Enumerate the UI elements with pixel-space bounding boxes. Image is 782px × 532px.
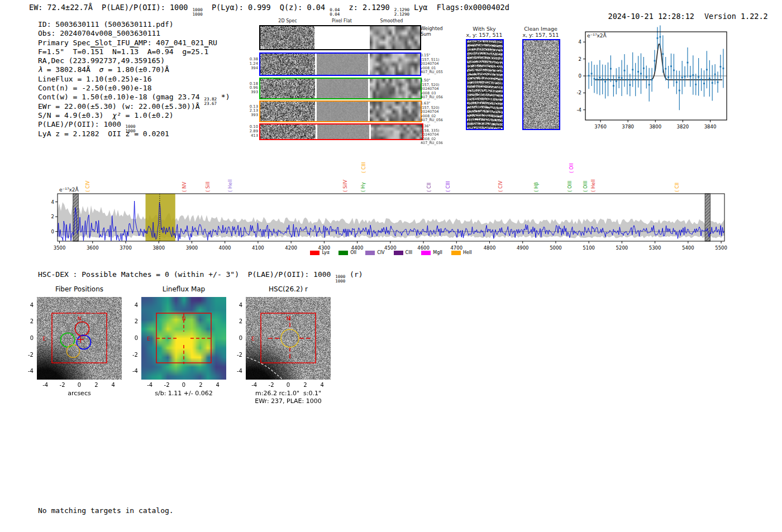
svg-text:3820: 3820 [677, 124, 689, 130]
sky-panel-coords: x, y: 157, 511 [522, 32, 559, 38]
svg-text:3760: 3760 [594, 124, 607, 130]
legend-label: OII [350, 250, 356, 255]
y-tick-label: -4 [231, 368, 242, 374]
x-tick-label: -2 [161, 382, 173, 388]
hsc-r-overlay: NE [246, 297, 331, 380]
spectrum-units-annotation: e⁻¹⁷x2Å [59, 187, 79, 193]
legend-swatch [338, 251, 348, 255]
svg-text:-2: -2 [577, 90, 581, 95]
cutout-row-left-stats: 0.132.13393 [237, 105, 258, 118]
svg-text:2: 2 [51, 214, 54, 219]
emission-line-label: ( OII [569, 163, 574, 173]
header-datetime-version: 2024-10-21 12:28:12Version 1.22.2 [590, 3, 768, 30]
info-line: Obs: 20240704v008_5003630111 [38, 29, 230, 38]
summary-header: EW: 72.4±22.7Å P(LAE)/P(OII): 1000 10001… [29, 3, 509, 17]
sky-panel-title: Clean Image [524, 26, 557, 32]
info-line: Cont(n) = -2.50(±0.90)e-18 [38, 84, 230, 93]
svg-text:3780: 3780 [622, 124, 634, 130]
stacked-fraction: 0.040.04 [330, 8, 340, 17]
svg-text:4: 4 [579, 39, 581, 45]
y-tick-label: 0 [127, 335, 138, 341]
y-tick-label: 0 [231, 335, 242, 341]
catalog-note-line: No matching targets in catalog. [38, 506, 174, 515]
emission-line-label: ( CIV [85, 181, 90, 192]
stacked-fraction: 10001000 [193, 8, 203, 17]
emission-line-label: ( HeII [590, 179, 596, 192]
svg-text:3800: 3800 [649, 124, 661, 130]
emission-line-label: ( CII [674, 183, 680, 192]
legend-swatch [421, 251, 431, 255]
match-panel-title: Fiber Positions [55, 285, 103, 293]
emission-line-label: ( OIII [567, 181, 573, 192]
emission-line-label: ( CIII [361, 162, 366, 173]
cutout-smoothed-image [370, 54, 420, 75]
cutout-row-right-meta: WeightedSum [421, 26, 443, 37]
emission-line-label: ( CII [426, 183, 432, 192]
cutout-2dspec-image [260, 124, 316, 139]
fiber-positions-overlay: NE [37, 297, 122, 380]
cutout-2dspec-image [260, 26, 314, 49]
x-tick-label: -4 [40, 382, 51, 388]
info-line: λ = 3802.84Å σ = 1.80(±0.70)Å [38, 65, 230, 74]
emission-line-label: ( Hγ [360, 183, 366, 192]
hsc-match-summary: HSC-DEX : Possible Matches = 0 (within +… [38, 270, 363, 284]
svg-text:3840: 3840 [704, 124, 717, 130]
y-tick-label: -2 [127, 352, 138, 358]
emission-line-label: ( CIV [498, 181, 503, 192]
info-line: LineFlux = 1.10(±0.25)e-16 [38, 75, 230, 84]
legend-label: MgII [433, 250, 442, 255]
y-tick-label: -2 [231, 352, 242, 358]
cutout-smoothed-image [371, 124, 422, 139]
x-tick-label: -4 [144, 382, 155, 388]
match-panel-title: Lineflux Map [163, 285, 205, 293]
legend-item: HeII [451, 250, 472, 255]
stacked-fraction: 10001000 [335, 275, 345, 284]
y-tick-label: -2 [22, 352, 34, 358]
x-tick-label: 2 [90, 382, 102, 388]
y-tick-label: 2 [127, 318, 138, 324]
y-tick-label: -4 [127, 368, 138, 374]
x-tick-label: 4 [108, 382, 119, 388]
info-line: F=1.5" T=0.151 N=1.13 A=0.94 g=25.1 [38, 47, 230, 56]
cutout-row [259, 52, 421, 76]
legend-swatch [394, 251, 403, 255]
svg-text:-4: -4 [577, 107, 581, 113]
emission-line-label: ( NV [182, 182, 187, 192]
compass-north-label: N [77, 315, 81, 322]
cutout-pixelflat-image [316, 26, 368, 49]
cutout-row-right-meta: 0.15"(157, 511)20240704v008_01407_RU_055 [421, 54, 443, 75]
svg-text:0: 0 [51, 229, 54, 234]
legend-label: CIII [406, 250, 413, 255]
legend-swatch [451, 251, 461, 255]
legend-item: Lyα [310, 250, 330, 255]
y-tick-label: 4 [231, 302, 242, 308]
cutout-col-header-smoothed: Smoothed [380, 18, 403, 23]
compass-east-label: E [42, 336, 46, 342]
panel-xlabel-2: EWr: 237, PLAE: 1000 [255, 397, 322, 405]
emission-line-label: ( HeII [227, 179, 233, 192]
lineflux-map-overlay: NE [141, 297, 226, 380]
cutout-row-right-meta: 1.50"(157, 520)20240704v008_03407_RU_056 [421, 79, 443, 100]
cutout-row-left-stats: 0.381.24394 [237, 57, 258, 71]
y-tick-label: 2 [22, 318, 34, 324]
cutout-row [259, 100, 422, 122]
x-tick-label: 0 [74, 382, 85, 388]
cutout-smoothed-image [370, 79, 421, 98]
legend-item: CIII [394, 250, 413, 255]
stacked-fraction: 2.12902.1290 [394, 8, 409, 17]
info-line: RA,Dec (223.992737,49.359165) [38, 56, 230, 65]
legend-swatch [310, 251, 320, 255]
legend-label: Lyα [322, 250, 330, 255]
cutout-smoothed-image [370, 26, 420, 49]
cutout-row-right-meta: 1.36"(158, 335)20240704v008_02407_RU_036 [421, 124, 443, 146]
cutout-col-header-pixelflat: Pixel Flat [332, 18, 352, 23]
cutout-smoothed-image [370, 102, 421, 121]
info-line: ID: 5003630111 (5003630111.pdf) [38, 20, 230, 29]
x-tick-label: 2 [299, 382, 311, 388]
x-tick-label: 4 [317, 382, 328, 388]
info-line: Primary Spec_Slot_IFU_AMP: 407_041_021_R… [38, 39, 230, 47]
cutout-pixelflat-image [317, 124, 370, 139]
panel-xlabel: arcsecs [68, 390, 90, 397]
sky-panel-coords: x, y: 157, 511 [466, 32, 502, 38]
emission-line-label: ( SiII [205, 181, 211, 192]
